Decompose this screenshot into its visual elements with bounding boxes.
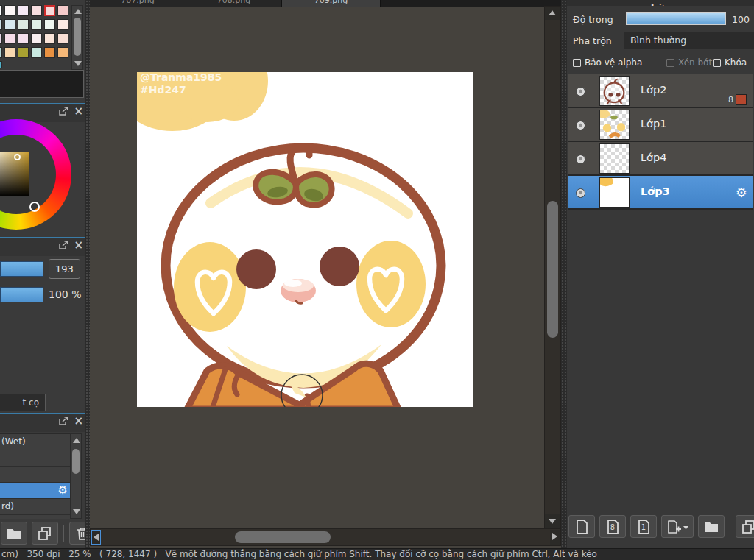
brush-item[interactable] <box>0 467 70 483</box>
left-cheek <box>174 242 246 332</box>
new-1bit-layer-button[interactable]: 1 <box>630 515 657 538</box>
trash-button[interactable] <box>69 522 85 545</box>
checkbox-box <box>666 59 674 67</box>
checkbox-protect-alpha[interactable]: Bảo vệ alpha <box>573 57 642 68</box>
brush-size-slider[interactable] <box>0 261 43 277</box>
layer-row-Lớp2[interactable]: Lớp28 <box>568 74 753 108</box>
duplicate-button[interactable] <box>32 522 58 545</box>
blend-label: Pha trộn <box>573 35 612 46</box>
panel-resize-gutter[interactable] <box>561 0 567 548</box>
swatch-scrollbar[interactable] <box>71 5 83 70</box>
close-icon[interactable]: × <box>74 107 83 116</box>
color-swatch[interactable] <box>31 19 42 30</box>
brush-item[interactable]: (Wet) <box>0 434 70 450</box>
color-swatch[interactable] <box>31 5 42 16</box>
sv-picker-dot[interactable] <box>14 154 21 160</box>
checkbox-lock[interactable]: Khóa <box>713 57 747 68</box>
layer-settings-gear-icon[interactable]: ⚙ <box>736 185 747 200</box>
scroll-up-icon[interactable] <box>73 438 80 443</box>
tab-707.png[interactable]: 707.png <box>90 0 186 7</box>
color-swatch[interactable] <box>57 47 68 58</box>
close-icon[interactable]: × <box>74 241 83 249</box>
layer-visibility-icon[interactable] <box>576 155 585 164</box>
layer-name: Lớp3 <box>641 185 670 197</box>
brush-settings-gear-icon[interactable]: ⚙ <box>58 483 68 497</box>
canvas-vertical-scrollbar[interactable] <box>544 6 561 528</box>
layer-row-Lớp4[interactable]: Lớp4 <box>568 142 753 176</box>
color-swatch[interactable] <box>57 33 68 44</box>
color-swatch[interactable] <box>0 33 2 44</box>
brush-size-value[interactable]: 193 <box>49 259 80 279</box>
new-folder-button[interactable] <box>698 515 725 538</box>
scroll-left-button[interactable] <box>91 530 101 545</box>
color-swatch[interactable] <box>57 5 68 16</box>
color-swatch[interactable] <box>44 5 55 16</box>
layer-visibility-icon[interactable] <box>576 188 585 198</box>
color-swatch[interactable] <box>44 47 55 58</box>
brush-opacity-slider[interactable] <box>0 287 43 302</box>
color-swatch[interactable] <box>0 61 2 68</box>
color-swatch[interactable] <box>18 47 29 58</box>
add-layer-menu-button[interactable] <box>661 515 694 538</box>
brush-item-label: rd) <box>1 501 14 511</box>
brush-item[interactable]: ⚙ <box>0 483 70 499</box>
color-swatch[interactable] <box>18 19 29 30</box>
color-swatch[interactable] <box>4 47 15 58</box>
layer-visibility-icon[interactable] <box>576 121 585 130</box>
duplicate-layer-button[interactable] <box>736 515 754 538</box>
layer-thumbnail <box>599 110 630 140</box>
right-eye <box>320 247 359 286</box>
layer-row-Lớp3[interactable]: Lớp3⚙ <box>568 176 753 210</box>
hue-picker-dot[interactable] <box>29 202 40 212</box>
close-icon[interactable]: × <box>74 417 83 425</box>
drawing-canvas[interactable]: @Tranma1985 #Hd247 <box>137 72 473 407</box>
new-8bit-layer-button[interactable]: 8 <box>599 515 626 538</box>
popout-icon[interactable] <box>59 107 68 116</box>
new-layer-button[interactable] <box>568 515 595 538</box>
color-swatch[interactable] <box>44 33 55 44</box>
panel-resize-gutter[interactable] <box>85 0 90 548</box>
color-swatch[interactable] <box>31 47 42 58</box>
canvas-horizontal-scrollbar[interactable] <box>90 528 561 546</box>
popout-icon[interactable] <box>59 241 68 249</box>
checkbox-box[interactable] <box>573 59 581 67</box>
scroll-down-icon[interactable] <box>73 509 80 514</box>
color-swatch[interactable] <box>0 19 2 30</box>
add-layer-menu-icon <box>666 519 689 535</box>
tab-709.png[interactable]: 709.png <box>282 0 381 7</box>
brush-preview-tab[interactable]: t cọ <box>0 394 46 411</box>
layer-row-Lớp1[interactable]: Lớp1 <box>568 108 753 142</box>
color-swatch[interactable] <box>4 33 15 44</box>
color-swatch[interactable] <box>0 5 2 16</box>
checkbox-box[interactable] <box>713 59 721 67</box>
new-folder-icon <box>703 519 719 535</box>
color-swatch[interactable] <box>18 5 29 16</box>
brush-item[interactable]: rd) <box>0 499 70 515</box>
vertical-scrollbar-thumb[interactable] <box>547 201 558 338</box>
color-swatch[interactable] <box>4 19 15 30</box>
color-swatch[interactable] <box>4 5 15 16</box>
color-swatch[interactable] <box>57 19 68 30</box>
layer-visibility-icon[interactable] <box>576 87 585 96</box>
swatch-scrollbar-thumb[interactable] <box>74 18 81 56</box>
brush-item-label: (Wet) <box>1 436 26 447</box>
brush-scrollbar-thumb[interactable] <box>72 449 80 474</box>
layer-opacity-slider[interactable] <box>626 12 726 25</box>
scroll-right-button[interactable] <box>550 530 560 545</box>
tab-708.png[interactable]: 708.png <box>186 0 282 7</box>
scroll-up-icon[interactable] <box>74 9 82 14</box>
scroll-up-button[interactable] <box>545 7 560 20</box>
folder-button[interactable] <box>1 522 27 545</box>
brush-scrollbar[interactable] <box>70 433 82 519</box>
brush-item[interactable] <box>0 450 70 467</box>
color-swatch[interactable] <box>31 33 42 44</box>
scroll-down-icon[interactable] <box>74 61 82 66</box>
color-swatch[interactable] <box>0 47 2 58</box>
color-swatch[interactable] <box>18 33 29 44</box>
layer-list: Lớp28Lớp1Lớp4Lớp3⚙ <box>568 74 753 210</box>
blend-mode-dropdown[interactable]: Bình thường <box>624 32 754 49</box>
horizontal-scrollbar-thumb[interactable] <box>235 531 331 543</box>
scroll-down-button[interactable] <box>545 514 560 528</box>
popout-icon[interactable] <box>59 417 68 425</box>
color-swatch[interactable] <box>44 19 55 30</box>
